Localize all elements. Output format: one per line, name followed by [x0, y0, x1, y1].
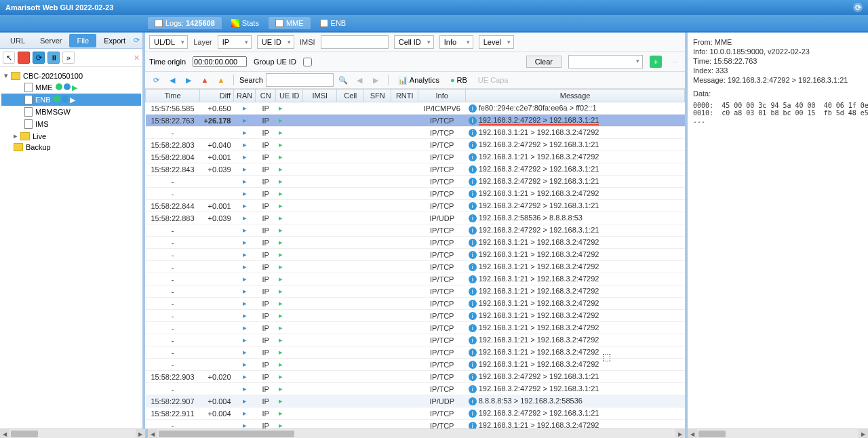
source-tab-url[interactable]: URL: [3, 34, 33, 47]
tree-node-backup[interactable]: Backup: [1, 142, 141, 153]
search-label: Search: [239, 76, 263, 84]
imsi-label: IMSI: [300, 38, 315, 46]
reload-icon[interactable]: ⟳: [33, 52, 45, 64]
tree-node-enb[interactable]: ENB▶: [1, 94, 141, 106]
table-row[interactable]: 15:58:22.843+0.039▸IP▸IP/TCPi192.168.3.2…: [146, 163, 685, 176]
table-row[interactable]: -▸IP▸IP/TCPi192.168.3.1:21 > 192.168.3.2…: [146, 298, 685, 310]
titlebar-refresh-icon[interactable]: ⟳: [853, 3, 863, 12]
refresh-icon[interactable]: ⟳: [134, 36, 140, 45]
level-combo[interactable]: Level: [479, 35, 514, 49]
column-header-rnti[interactable]: RNTI: [391, 89, 418, 102]
table-row[interactable]: -▸IP▸IP/TCPi192.168.3.1:21 > 192.168.3.2…: [146, 322, 685, 334]
table-row[interactable]: 15:57:56.585+0.650▸IP▸IP/ICMPV6ife80::29…: [146, 102, 685, 115]
tab-stats[interactable]: Stats: [224, 17, 266, 29]
bottom-scrollbars: ◀▶ ◀▶ ◀▶: [0, 429, 868, 438]
add-filter-icon[interactable]: +: [650, 56, 662, 68]
table-row[interactable]: -▸IP▸IP/TCPi192.168.3.1:21 > 192.168.3.2…: [146, 420, 685, 429]
table-row[interactable]: -▸IP▸IP/TCPi192.168.3.1:21 > 192.168.3.2…: [146, 249, 685, 261]
column-header-message[interactable]: Message: [466, 89, 685, 102]
detail-hscroll[interactable]: ◀▶: [688, 429, 868, 438]
tab-logs[interactable]: Logs: 1425608: [148, 17, 222, 29]
tree-node-ims[interactable]: IMS: [1, 118, 141, 130]
caution-icon[interactable]: ▲: [214, 73, 228, 87]
export-button[interactable]: Export: [98, 35, 131, 47]
group-ueid-checkbox[interactable]: [303, 58, 312, 66]
column-header-imsi[interactable]: IMSI: [303, 89, 337, 102]
pause-icon[interactable]: ⏸: [47, 52, 60, 64]
center-hscroll[interactable]: ◀▶: [145, 429, 688, 438]
info-combo[interactable]: Info: [439, 35, 473, 49]
table-row[interactable]: -▸IP▸IP/TCPi192.168.3.1:21 > 192.168.3.2…: [146, 261, 685, 273]
analytics-button[interactable]: 📊Analytics: [394, 75, 443, 86]
table-row[interactable]: -▸IP▸IP/TCPi192.168.3.2:47292 > 192.168.…: [146, 383, 685, 395]
table-row[interactable]: -▸IP▸IP/TCPi192.168.3.2:47292 > 192.168.…: [146, 224, 685, 237]
imsi-input[interactable]: [321, 35, 389, 49]
table-row[interactable]: -▸IP▸IP/TCPi192.168.3.1:21 > 192.168.3.2…: [146, 346, 685, 359]
layer-combo[interactable]: IP: [218, 35, 252, 49]
titlebar: Amarisoft Web GUI 2022-02-23 ⟳: [0, 0, 868, 15]
cursor-icon[interactable]: ↖: [3, 52, 15, 64]
app-title: Amarisoft Web GUI 2022-02-23: [5, 3, 113, 12]
source-tab-server[interactable]: Server: [33, 34, 69, 47]
file-icon: [24, 83, 33, 92]
sidebar-hscroll[interactable]: ◀▶: [0, 429, 145, 438]
back-icon[interactable]: ◀: [165, 73, 179, 87]
reload-icon[interactable]: ⟳: [149, 73, 163, 87]
tree-node-mme[interactable]: MME▶: [1, 81, 141, 94]
column-header-diff[interactable]: Diff: [200, 89, 234, 102]
tab-mme[interactable]: MME: [269, 17, 311, 29]
tree-node-mbmsgw[interactable]: MBMSGW: [1, 106, 141, 118]
source-tab-file[interactable]: File: [69, 34, 96, 47]
ueid-combo[interactable]: UE ID: [257, 35, 294, 49]
tree-root[interactable]: ▾CBC-2021050100: [1, 70, 141, 81]
uecapa-button[interactable]: UE Capa: [474, 75, 513, 85]
binoculars-icon[interactable]: 🔍: [336, 73, 350, 87]
column-header-cell[interactable]: Cell: [337, 89, 364, 102]
table-row[interactable]: -▸IP▸IP/TCPi192.168.3.1:21 > 192.168.3.2…: [146, 310, 685, 322]
table-row[interactable]: 15:58:22.844+0.001▸IP▸IP/TCPi192.168.3.2…: [146, 200, 685, 212]
skip-icon[interactable]: »: [62, 52, 75, 64]
close-icon[interactable]: ✕: [134, 54, 140, 62]
table-row[interactable]: -▸IP▸IP/TCPi192.168.3.1:21 > 192.168.3.2…: [146, 273, 685, 285]
column-header-ran[interactable]: RAN: [234, 89, 256, 102]
table-row[interactable]: -▸IP▸IP/TCPi192.168.3.1:21 > 192.168.3.2…: [146, 188, 685, 200]
table-row[interactable]: -▸IP▸IP/TCPi192.168.3.1:21 > 192.168.3.2…: [146, 237, 685, 249]
forward-icon[interactable]: ▶: [182, 73, 195, 87]
table-row[interactable]: 15:58:22.883+0.039▸IP▸IP/UDPi192.168.3.2…: [146, 212, 685, 224]
column-header-cn[interactable]: CN: [256, 89, 276, 102]
column-header-ueid[interactable]: UE ID: [276, 89, 303, 102]
column-header-info[interactable]: Info: [418, 89, 466, 102]
uldl-combo[interactable]: UL/DL: [149, 35, 188, 49]
table-row[interactable]: 15:58:22.907+0.004▸IP▸IP/UDPi8.8.8.8:53 …: [146, 395, 685, 407]
table-row[interactable]: 15:58:22.911+0.004▸IP▸IP/TCPi192.168.3.2…: [146, 407, 685, 420]
clear-button[interactable]: Clear: [526, 56, 561, 68]
table-row[interactable]: -▸IP▸IP/TCPi192.168.3.1:21 > 192.168.3.2…: [146, 127, 685, 139]
table-row[interactable]: -▸IP▸IP/TCPi192.168.3.2:47292 > 192.168.…: [146, 176, 685, 188]
filter-preset-combo[interactable]: [568, 55, 643, 68]
table-row[interactable]: -▸IP▸IP/TCPi192.168.3.1:21 > 192.168.3.2…: [146, 359, 685, 371]
rb-button[interactable]: ●RB: [446, 75, 471, 85]
table-row[interactable]: 15:58:22.804+0.001▸IP▸IP/TCPi192.168.3.1…: [146, 151, 685, 163]
tab-enb[interactable]: ENB: [313, 17, 353, 29]
tree-node-live[interactable]: ▸Live: [1, 130, 141, 142]
log-table-wrapper[interactable]: TimeDiffRANCNUE IDIMSICellSFNRNTIInfoMes…: [145, 89, 685, 429]
remove-filter-icon[interactable]: −: [669, 56, 681, 68]
stop-icon[interactable]: [18, 52, 30, 64]
file-icon: [275, 19, 283, 27]
column-header-sfn[interactable]: SFN: [364, 89, 391, 102]
cellid-combo[interactable]: Cell ID: [394, 35, 434, 49]
table-row[interactable]: 15:58:22.803+0.040▸IP▸IP/TCPi192.168.3.2…: [146, 139, 685, 151]
table-row[interactable]: -▸IP▸IP/TCPi192.168.3.1:21 > 192.168.3.2…: [146, 334, 685, 346]
table-row[interactable]: 15:58:22.763+26.178▸IP▸IP/TCPi192.168.3.…: [146, 115, 685, 127]
file-icon: [24, 107, 33, 117]
column-header-time[interactable]: Time: [146, 89, 200, 102]
search-input[interactable]: [266, 73, 334, 87]
file-icon: [24, 119, 33, 129]
search-forward-icon[interactable]: ▶: [369, 73, 382, 87]
time-origin-input[interactable]: [193, 56, 247, 67]
layer-label: Layer: [193, 38, 212, 46]
table-row[interactable]: -▸IP▸IP/TCPi192.168.3.1:21 > 192.168.3.2…: [146, 285, 685, 298]
warning-icon[interactable]: ▲: [198, 73, 212, 87]
table-row[interactable]: 15:58:22.903+0.020▸IP▸IP/TCPi192.168.3.2…: [146, 371, 685, 383]
search-back-icon[interactable]: ◀: [353, 73, 366, 87]
